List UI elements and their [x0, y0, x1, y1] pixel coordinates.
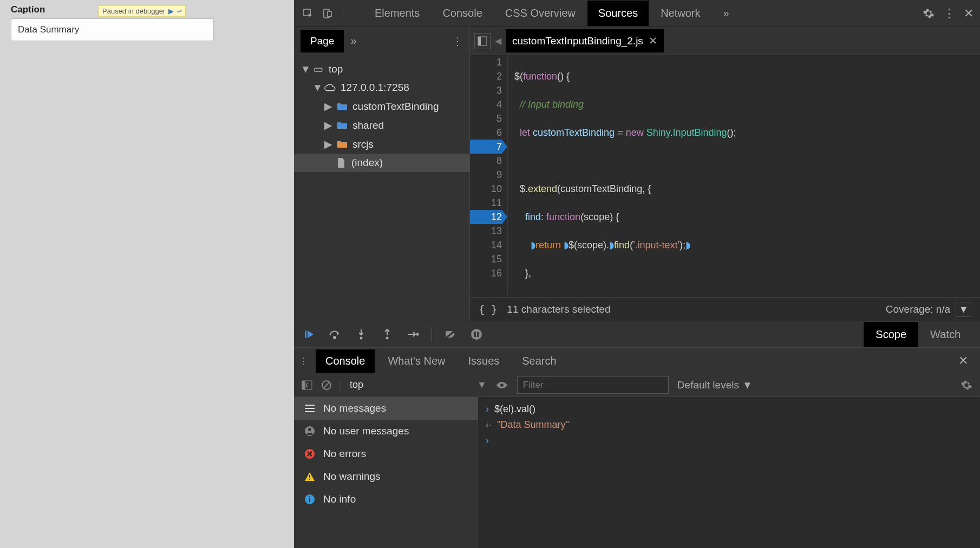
web-page-panel: Paused in debugger ▶ ⤻ Caption	[0, 0, 294, 548]
console-settings-icon[interactable]	[961, 379, 972, 391]
console-result-text: "Data Summary"	[497, 419, 569, 431]
editor-gutter[interactable]: 1 2 3 4 5 6 7 8 9 10 11 12 13 14 15 16	[470, 55, 508, 297]
tab-console[interactable]: Console	[432, 1, 493, 26]
deactivate-breakpoints-button[interactable]	[443, 327, 458, 342]
close-drawer-icon[interactable]: ✕	[952, 354, 975, 368]
close-devtools-icon[interactable]: ✕	[964, 6, 974, 21]
tab-scope[interactable]: Scope	[864, 322, 918, 347]
msg-label: No info	[323, 493, 356, 505]
svg-rect-4	[478, 37, 481, 45]
line-number[interactable]: 6	[470, 126, 502, 140]
tab-network[interactable]: Network	[650, 1, 711, 26]
log-levels-select[interactable]: Default levels ▼	[677, 379, 753, 391]
line-number-breakpoint[interactable]: 12	[470, 210, 502, 224]
kebab-menu-icon[interactable]: ⋮	[943, 6, 955, 21]
console-input-text: $(el).val()	[494, 404, 535, 415]
tab-elements[interactable]: Elements	[364, 1, 430, 26]
divider	[432, 327, 432, 341]
msg-filter-info[interactable]: No info	[294, 488, 478, 511]
svg-rect-13	[477, 332, 479, 337]
settings-icon[interactable]	[923, 8, 935, 19]
console-toolbar: top ▼ Default levels ▼	[294, 373, 980, 397]
msg-filter-all[interactable]: No messages	[294, 397, 478, 420]
console-prompt-line[interactable]: ›	[486, 433, 972, 448]
inspect-element-icon[interactable]	[300, 6, 316, 21]
line-number[interactable]: 10	[470, 182, 502, 196]
step-over-button[interactable]	[328, 327, 343, 342]
filter-input[interactable]	[517, 377, 669, 394]
line-number[interactable]: 8	[470, 154, 502, 168]
close-tab-icon[interactable]: ✕	[649, 35, 657, 47]
code-lines[interactable]: $(function() { // Input binding let cust…	[508, 55, 980, 297]
step-button[interactable]	[406, 327, 421, 342]
editor-file-tab[interactable]: customTextInputBinding_2.js ✕	[506, 29, 664, 52]
step-over-icon[interactable]: ⤻	[176, 7, 182, 15]
line-number[interactable]: 9	[470, 168, 502, 182]
tab-sources[interactable]: Sources	[587, 1, 649, 26]
pause-exceptions-button[interactable]	[469, 327, 484, 342]
msg-filter-user[interactable]: No user messages	[294, 420, 478, 443]
coverage-status: Coverage: n/a	[886, 303, 950, 315]
selection-status: 11 characters selected	[507, 303, 610, 315]
caption-input[interactable]	[11, 18, 214, 41]
toggle-navigator-icon[interactable]	[474, 33, 491, 49]
tab-css-overview[interactable]: CSS Overview	[494, 1, 586, 26]
line-number[interactable]: 4	[470, 97, 502, 111]
line-number[interactable]: 3	[470, 83, 502, 97]
file-icon	[335, 157, 347, 168]
drawer-tab-search[interactable]: Search	[512, 349, 566, 373]
device-toolbar-icon[interactable]	[320, 6, 335, 21]
svg-point-22	[308, 428, 311, 431]
cloud-icon	[324, 83, 336, 92]
chevron-right-icon: ▶	[324, 138, 332, 150]
msg-label: No messages	[323, 402, 386, 414]
tree-file-index[interactable]: (index)	[294, 154, 469, 172]
tab-watch[interactable]: Watch	[918, 322, 972, 347]
live-expression-icon[interactable]	[495, 381, 508, 389]
resume-button[interactable]	[302, 327, 317, 342]
tree-top[interactable]: ▼ ▭ top	[294, 60, 469, 78]
drawer-tab-console[interactable]: Console	[316, 349, 375, 373]
console-output[interactable]: › $(el).val() ‹· "Data Summary" ›	[478, 397, 980, 548]
line-number[interactable]: 13	[470, 224, 502, 238]
svg-rect-15	[302, 381, 305, 389]
chevron-down-icon: ▼	[742, 379, 753, 391]
line-number[interactable]: 5	[470, 111, 502, 126]
nav-back-icon[interactable]: ◀	[495, 36, 501, 46]
tree-folder-shared[interactable]: ▶ shared	[294, 116, 469, 135]
tree-host[interactable]: ▼ 127.0.0.1:7258	[294, 78, 469, 97]
step-out-button[interactable]	[380, 327, 395, 342]
folder-icon	[336, 140, 348, 149]
line-number[interactable]: 14	[470, 238, 502, 252]
navigator-tab-page[interactable]: Page	[300, 30, 344, 52]
svg-rect-12	[474, 332, 476, 337]
tabs-overflow[interactable]: »	[713, 1, 740, 26]
console-message-sidebar[interactable]: No messages No user messages No errors	[294, 397, 478, 548]
msg-filter-warnings[interactable]: No warnings	[294, 465, 478, 488]
pretty-print-icon[interactable]: { }	[479, 303, 497, 315]
clear-console-icon[interactable]	[321, 380, 332, 391]
toggle-sidebar-icon[interactable]	[302, 380, 312, 390]
navigator-tabs-more[interactable]: »	[350, 35, 356, 47]
tree-folder-srcjs[interactable]: ▶ srcjs	[294, 135, 469, 154]
line-number[interactable]: 16	[470, 266, 502, 280]
step-into-button[interactable]	[354, 327, 369, 342]
line-number-breakpoint[interactable]: 7	[470, 140, 502, 154]
drawer-kebab-icon[interactable]: ⋮	[299, 356, 308, 366]
resume-icon[interactable]: ▶	[168, 7, 174, 15]
drawer-tab-issues[interactable]: Issues	[458, 349, 509, 373]
code-editor[interactable]: 1 2 3 4 5 6 7 8 9 10 11 12 13 14 15 16	[470, 55, 980, 297]
tree-folder-customtextbinding[interactable]: ▶ customTextBinding	[294, 97, 469, 116]
coverage-dropdown-icon[interactable]: ▼	[956, 302, 971, 317]
line-number[interactable]: 11	[470, 196, 502, 210]
line-number[interactable]: 1	[470, 55, 502, 69]
line-number[interactable]: 2	[470, 69, 502, 83]
devtools-tabs: Elements Console CSS Overview Sources Ne…	[364, 1, 918, 26]
navigator-kebab-icon[interactable]: ⋮	[452, 35, 463, 48]
msg-label: No errors	[323, 448, 366, 460]
execution-context-select[interactable]: top ▼	[350, 379, 487, 391]
msg-filter-errors[interactable]: No errors	[294, 443, 478, 465]
file-tree[interactable]: ▼ ▭ top ▼ 127.0.0.1:7258 ▶ customT	[294, 55, 469, 321]
drawer-tab-whatsnew[interactable]: What's New	[378, 349, 455, 373]
line-number[interactable]: 15	[470, 252, 502, 266]
